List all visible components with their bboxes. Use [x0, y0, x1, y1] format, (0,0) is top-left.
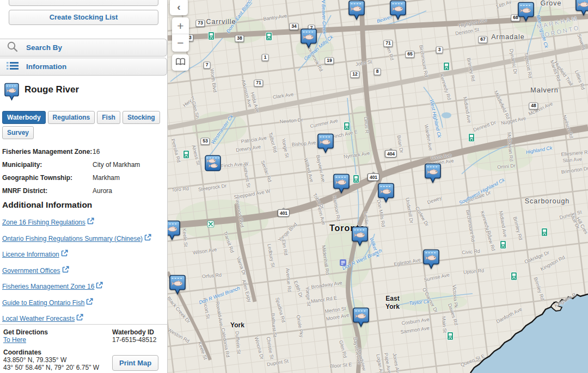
street-label: Drewry Ave	[236, 144, 261, 153]
place-label-york: York	[228, 321, 247, 330]
fish-stocking-marker[interactable]	[390, 0, 406, 21]
street-label: Bantry Ave	[263, 13, 287, 22]
waterway-label: Southwest Highland Ck	[458, 177, 505, 206]
basemap-gallery-button[interactable]	[172, 54, 189, 71]
fish-stocking-marker[interactable]	[333, 173, 350, 194]
field-label: MNRF District:	[2, 187, 93, 195]
tab-survey[interactable]: Survey	[2, 126, 34, 139]
external-link[interactable]: Fisheries Management Zone 16	[2, 282, 103, 290]
fish-stocking-marker[interactable]	[169, 275, 186, 295]
street-label: Sewells	[576, 33, 586, 51]
place-label-scarborough: Scarborough	[525, 197, 570, 205]
place-label-grove: Grove	[540, 0, 561, 7]
street-label: Alness St	[191, 144, 201, 165]
zoom-in-button[interactable]: +	[172, 17, 189, 34]
zoom-out-button[interactable]: −	[172, 34, 189, 51]
fish-stocking-marker[interactable]	[425, 163, 441, 184]
street-label: Omni Dr	[497, 163, 516, 170]
street-label: Varna Dr	[235, 256, 247, 276]
street-label: Steeprock Dr	[198, 183, 226, 192]
partial-top-button[interactable]	[9, 0, 158, 6]
transit-station-icon	[183, 150, 189, 159]
sidebar: Create Stocking List Search By Informati…	[0, 0, 168, 373]
print-map-button[interactable]: Print Map	[112, 355, 158, 371]
fish-stocking-marker[interactable]	[168, 220, 180, 241]
street-label: Pape Ave	[383, 352, 393, 373]
street-label: Petrolia Rd	[170, 138, 181, 163]
tab-stocking[interactable]: Stocking	[122, 111, 160, 124]
fish-stocking-marker[interactable]	[378, 183, 394, 203]
street-label: Manor Rd E	[311, 295, 338, 304]
external-link[interactable]: Government Offices	[2, 266, 69, 275]
fish-stocking-cluster-marker[interactable]	[205, 155, 221, 171]
external-link[interactable]: Guide to Eating Ontario Fish	[2, 298, 93, 307]
street-label: Neilson Rd	[561, 115, 574, 139]
street-label: Elm Rd	[281, 239, 289, 256]
street-label: John St	[355, 59, 372, 67]
waterway-label: Don R West Branch	[341, 248, 383, 271]
fish-stocking-marker[interactable]	[518, 2, 534, 22]
sidebar-collapse-button[interactable]: ‹	[170, 0, 188, 15]
external-link[interactable]: Ontario Fishing Regulations Summary (Chi…	[2, 234, 151, 243]
street-label: Kennedy Rd	[480, 210, 493, 238]
street-label: Danforth Ave	[495, 306, 523, 324]
transit-station-icon	[541, 228, 548, 237]
external-link-icon	[61, 250, 68, 258]
street-label: Christie St	[265, 337, 274, 360]
transit-station-icon	[344, 122, 350, 130]
street-label: Patricia Ave	[241, 135, 267, 144]
external-link[interactable]: Zone 16 Fishing Regulations	[2, 217, 94, 226]
fish-stocking-marker[interactable]	[352, 226, 368, 247]
street-label: Brimley Rd	[512, 216, 523, 240]
street-label: Bloor St E	[329, 362, 352, 369]
street-label: Wilfred Ave	[303, 158, 314, 183]
information-accordion[interactable]: Information	[0, 58, 167, 76]
fish-stocking-marker[interactable]	[575, 0, 588, 16]
external-link[interactable]: Local Weather Forecasts	[2, 314, 83, 322]
street-label: Yonge St	[280, 138, 290, 158]
to-here-link[interactable]: To Here	[3, 336, 26, 344]
tab-waterbody[interactable]: Waterbody	[2, 111, 46, 124]
info-field-row: MNRF District:Aurora	[2, 187, 165, 195]
fish-stocking-marker[interactable]	[353, 307, 369, 328]
street-label: Sammon Ave	[400, 325, 430, 334]
field-label: Fisheries Management Zone:	[2, 148, 93, 156]
street-label: Kingston R	[553, 292, 577, 309]
transit-station-icon	[447, 332, 454, 340]
map-canvas[interactable]: Bantry Ave14th AvHighglen AveDenison StJ…	[168, 0, 588, 373]
street-label: Spadina Rd	[274, 297, 286, 323]
external-link[interactable]: Licence Information	[2, 250, 68, 258]
waterbody-tabs: WaterbodyRegulationsFishStockingSurvey	[2, 111, 165, 139]
street-label: Clark Ave	[272, 91, 293, 100]
place-label-malvern: Malvern	[530, 86, 558, 94]
road-shield-53: 53	[200, 138, 210, 145]
street-label: Winona Dr	[254, 336, 265, 360]
fish-stocking-marker[interactable]	[317, 133, 334, 154]
street-label: Sunrise Ave	[424, 272, 450, 283]
street-label: Yonge St	[304, 287, 311, 307]
transit-station-icon	[500, 240, 506, 249]
fish-stocking-marker[interactable]	[301, 28, 317, 49]
waterbody-title: Rouge River	[24, 83, 79, 95]
street-label: Middlefield Rd	[493, 90, 511, 120]
road-shield-71: 71	[254, 79, 263, 86]
street-label: Glen Rd	[338, 340, 348, 358]
street-label: Cosburn Ave	[401, 316, 430, 326]
road-shield-65: 65	[405, 51, 414, 58]
fish-online-app: Create Stocking List Search By Informati…	[0, 0, 588, 373]
street-label: Brimley Rd	[466, 57, 476, 82]
search-by-accordion[interactable]: Search By	[0, 39, 167, 57]
fish-stocking-marker[interactable]	[348, 0, 365, 21]
fish-stocking-marker[interactable]	[423, 249, 439, 270]
street-label: Edith Dr	[293, 280, 304, 299]
tab-fish[interactable]: Fish	[97, 111, 120, 124]
street-label: Bathurst St	[270, 313, 278, 337]
external-link-icon	[96, 282, 103, 290]
field-value: 16	[93, 148, 165, 156]
tab-regulations[interactable]: Regulations	[48, 111, 95, 124]
waterbody-fields: Fisheries Management Zone:16Municipality…	[2, 148, 165, 195]
create-stocking-list-button[interactable]: Create Stocking List	[9, 10, 158, 25]
waterway-label: Taylor Ck	[409, 299, 430, 306]
street-label: Midland Ave	[462, 96, 472, 123]
transit-station-icon	[353, 175, 359, 183]
